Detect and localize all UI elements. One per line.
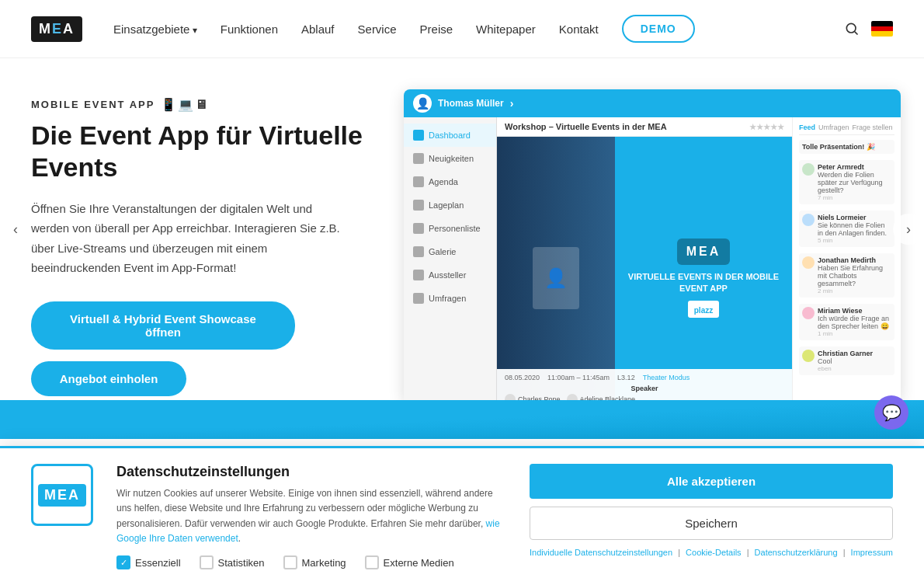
externe-medien-label: Externe Medien [384,557,454,569]
umfragen-tab[interactable]: Umfragen [818,124,849,131]
app-user-info: 👤 Thomas Müller › [413,94,513,113]
marketing-label: Marketing [302,557,346,569]
star-rating: ★★★★★ [749,123,784,131]
dashboard-icon [413,130,424,141]
separator-3: | [843,548,848,557]
sidebar-item-dashboard[interactable]: Dashboard [404,124,496,147]
cookie-logo-text: MEA [44,487,80,503]
sidebar-item-galerie[interactable]: Galerie [404,240,496,263]
speaker-1: Charles Pope [518,395,561,400]
nav-preise[interactable]: Preise [420,23,453,36]
showcase-button[interactable]: Virtuell & Hybrid Event Showcase öffnen [31,301,295,350]
app-sidebar: Dashboard Neuigkeiten Agenda Lagepl [404,117,497,400]
chat-message-0: Tolle Präsentation! 🎉 [799,140,894,154]
cookie-banner: MEA Datenschutzeinstellungen Wir nutzen … [0,446,924,585]
hero-description: Öffnen Sie Ihre Veranstaltungen der digi… [31,199,342,278]
nav-kontakt[interactable]: Kontakt [559,23,599,36]
cookie-details-link[interactable]: Cookie-Details [686,548,742,557]
speaker-label: Speaker [505,385,784,392]
hero-bottom-wave [0,400,924,439]
nav-ablauf[interactable]: Ablauf [301,23,335,36]
nav-funktionen[interactable]: Funktionen [221,23,278,36]
sidebar-item-aussteller[interactable]: Aussteller [404,263,496,287]
separator-2: | [747,548,752,557]
sidebar-label-neuigkeiten: Neuigkeiten [429,154,474,163]
umfragen-icon [413,293,424,304]
chat-message-1: Peter Armredt Werden die Folien später z… [799,160,894,204]
essenziell-checkbox[interactable] [116,555,130,569]
app-screenshot: 👤 Thomas Müller › Dashboard [404,89,901,400]
hero-section: ‹ MOBILE EVENT APP 📱💻🖥 Die Event App für… [0,58,924,439]
svg-line-1 [855,32,858,35]
impressum-link[interactable]: Impressum [851,548,893,557]
individual-settings-link[interactable]: Individuelle Datenschutzeinstellungen [530,548,672,557]
plazz-label: plazz [694,306,713,315]
app-body: Dashboard Neuigkeiten Agenda Lagepl [404,117,901,400]
header-icons [844,21,893,37]
sidebar-label-umfragen: Umfragen [429,294,466,303]
mea-slide-badge: MEA [686,245,721,259]
app-avatar: 👤 [413,94,432,113]
cookie-description: Wir nutzen Cookies auf unserer Website. … [116,486,506,546]
cookie-actions: Alle akzeptieren Speichern Individuelle … [530,464,893,557]
sidebar-item-umfragen[interactable]: Umfragen [404,287,496,310]
marketing-checkbox[interactable] [283,555,297,569]
session-date: 08.05.2020 [505,374,540,381]
cookie-check-essenziell: Essenziell [116,555,181,569]
sidebar-item-agenda[interactable]: Agenda [404,170,496,193]
hero-prev-button[interactable]: ‹ [0,214,31,245]
hero-content: ‹ MOBILE EVENT APP 📱💻🖥 Die Event App für… [0,58,924,400]
neuigkeiten-icon [413,153,424,164]
chat-message-2: Niels Lormeier Sie können die Folien in … [799,211,894,247]
accept-all-button[interactable]: Alle akzeptieren [530,464,893,499]
sidebar-label-galerie: Galerie [429,247,456,256]
sidebar-item-lageplan[interactable]: Lageplan [404,193,496,217]
cookie-content: Datenschutzeinstellungen Wir nutzen Cook… [116,464,506,569]
cookie-check-marketing: Marketing [283,555,346,569]
logo-a: A [63,21,75,37]
sidebar-label-personenliste: Personenliste [429,224,481,233]
nav-service[interactable]: Service [358,23,397,36]
hero-tag: MOBILE EVENT APP 📱💻🖥 [31,97,388,112]
app-user-name: Thomas Müller [438,98,504,109]
statistiken-checkbox[interactable] [200,555,214,569]
workshop-title: Workshop – Virtuelle Events in der MEA [505,122,667,131]
session-time: 11:00am – 11:45am [547,374,610,381]
session-mode: Theater Modus [643,374,690,381]
sidebar-label-agenda: Agenda [429,177,458,186]
logo[interactable]: MEA [31,16,82,42]
session-location: L3.12 [617,374,635,381]
separator-1: | [678,548,683,557]
cookie-check-statistiken: Statistiken [200,555,265,569]
save-button[interactable]: Speichern [530,507,893,540]
sidebar-label-aussteller: Aussteller [429,270,466,280]
sidebar-label-dashboard: Dashboard [429,131,471,140]
aussteller-icon [413,270,424,280]
cookie-check-externe-medien: Externe Medien [365,555,454,569]
feed-tab[interactable]: Feed [799,124,815,131]
sidebar-item-personenliste[interactable]: Personenliste [404,217,496,240]
search-icon[interactable] [844,21,860,37]
datenschutz-link[interactable]: Datenschutzerklärung [755,548,838,557]
nav-whitepaper[interactable]: Whitepaper [476,23,536,36]
statistiken-label: Statistiken [218,557,265,569]
svg-point-0 [846,23,856,33]
cookie-title: Datenschutzeinstellungen [116,464,506,480]
chat-message-5: Christian Garner Cool eben [799,346,894,375]
language-flag-de[interactable] [871,21,893,37]
sidebar-item-neuigkeiten[interactable]: Neuigkeiten [404,147,496,170]
cookie-checkboxes: Essenziell Statistiken Marketing Externe… [116,555,506,569]
chat-message-3: Jonathan Medirth Haben Sie Erfahrung mit… [799,253,894,298]
externe-medien-checkbox[interactable] [365,555,379,569]
hero-next-button[interactable]: › [893,214,924,245]
galerie-icon [413,246,424,257]
device-icons: 📱💻🖥 [161,97,209,112]
workshop-slide: 👤 MEA VIRTUELLE EVENTS IN DER MOBILE EVE… [497,137,792,400]
angebot-button[interactable]: Angebot einholen [31,361,186,396]
app-top-bar: 👤 Thomas Müller › [404,89,901,117]
frage-tab[interactable]: Frage stellen [853,124,893,131]
chat-widget[interactable]: 💬 [874,395,908,430]
agenda-icon [413,176,424,187]
demo-button[interactable]: DEMO [622,15,695,43]
nav-einsatzgebiete[interactable]: Einsatzgebiete [113,23,197,36]
